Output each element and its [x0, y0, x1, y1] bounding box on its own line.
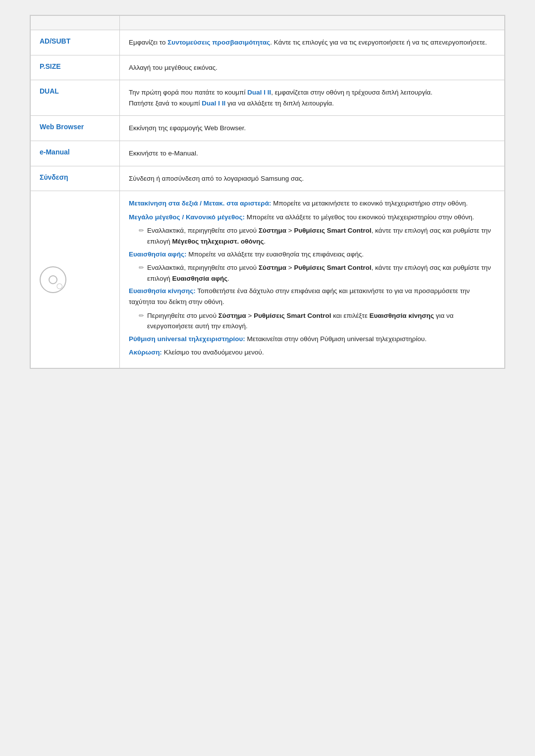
table-row: P.SIZEΑλλαγή του μεγέθους εικόνας. — [31, 55, 505, 80]
button-cell-p-size: P.SIZE — [31, 55, 120, 80]
note-icon: ✏ — [139, 263, 144, 273]
header-description-col — [120, 16, 505, 30]
desc-para-8: Ακύρωση: Κλείσιμο του αναδυόμενου μενού. — [129, 347, 495, 358]
desc-para-5: Ευαισθησία κίνησης: Τοποθετήστε ένα δάχτ… — [129, 286, 495, 307]
note-text: Περιηγηθείτε στο μενού Σύστημα > Ρυθμίσε… — [147, 310, 495, 332]
main-table: AD/SUBTΕμφανίζει το Συντομεύσεις προσβασ… — [30, 15, 505, 368]
header-button-col — [31, 16, 120, 30]
button-cell-ad-subt: AD/SUBT — [31, 30, 120, 55]
button-cell-syndesi: Σύνδεση — [31, 166, 120, 191]
note-icon: ✏ — [139, 311, 144, 321]
table-row: ΣύνδεσηΣύνδεση ή αποσύνδεση από το λογαρ… — [31, 166, 505, 191]
desc-note-4: ✏ Εναλλακτικά, περιηγηθείτε στο μενού Σύ… — [129, 262, 495, 284]
description-cell-syndesi: Σύνδεση ή αποσύνδεση από το λογαριασμό S… — [120, 166, 505, 191]
button-label-web-browser: Web Browser — [40, 123, 84, 131]
button-cell-e-manual: e-Manual — [31, 141, 120, 166]
page-container: AD/SUBTΕμφανίζει το Συντομεύσεις προσβασ… — [30, 15, 505, 369]
note-text: Εναλλακτικά, περιηγηθείτε στο μενού Σύστ… — [147, 225, 495, 247]
table-row: e-ManualΕκκινήστε το e-Manual. — [31, 141, 505, 166]
description-cell-dual: Την πρώτη φορά που πατάτε το κουμπί Dual… — [120, 80, 505, 116]
button-label-dual: DUAL — [40, 87, 59, 95]
desc-note-6: ✏ Περιηγηθείτε στο μενού Σύστημα > Ρυθμί… — [129, 310, 495, 332]
description-cell-web-browser: Εκκίνηση της εφαρμογής Web Browser. — [120, 116, 505, 141]
remote-icon: ◯ — [40, 266, 66, 293]
desc-para-7: Ρύθμιση universal τηλεχειριστηρίου: Μετα… — [129, 334, 495, 345]
button-cell-dual: DUAL — [31, 80, 120, 116]
table-row: AD/SUBTΕμφανίζει το Συντομεύσεις προσβασ… — [31, 30, 505, 55]
table-row: Web BrowserΕκκίνηση της εφαρμογής Web Br… — [31, 116, 505, 141]
description-cell-p-size: Αλλαγή του μεγέθους εικόνας. — [120, 55, 505, 80]
table-row: DUALΤην πρώτη φορά που πατάτε το κουμπί … — [31, 80, 505, 116]
desc-note-2: ✏ Εναλλακτικά, περιηγηθείτε στο μενού Σύ… — [129, 225, 495, 247]
table-row-remote: ◯ Μετακίνηση στα δεξιά / Μετακ. στα αρισ… — [31, 191, 505, 368]
desc-para-1: Μεγάλο μέγεθος / Κανονικό μέγεθος: Μπορε… — [129, 212, 495, 223]
button-label-syndesi: Σύνδεση — [40, 173, 68, 181]
note-icon: ✏ — [139, 226, 144, 236]
desc-para-0: Μετακίνηση στα δεξιά / Μετακ. στα αριστε… — [129, 198, 495, 209]
remote-icon-cell: ◯ — [31, 191, 120, 368]
description-cell-e-manual: Εκκινήστε το e-Manual. — [120, 141, 505, 166]
button-label-ad-subt: AD/SUBT — [40, 37, 70, 45]
button-label-e-manual: e-Manual — [40, 148, 70, 156]
button-cell-web-browser: Web Browser — [31, 116, 120, 141]
description-cell-remote: Μετακίνηση στα δεξιά / Μετακ. στα αριστε… — [120, 191, 505, 368]
description-cell-ad-subt: Εμφανίζει το Συντομεύσεις προσβασιμότητα… — [120, 30, 505, 55]
button-label-p-size: P.SIZE — [40, 62, 61, 70]
note-text: Εναλλακτικά, περιηγηθείτε στο μενού Σύστ… — [147, 262, 495, 284]
desc-para-3: Ευαισθησία αφής: Μπορείτε να αλλάξετε τη… — [129, 249, 495, 260]
